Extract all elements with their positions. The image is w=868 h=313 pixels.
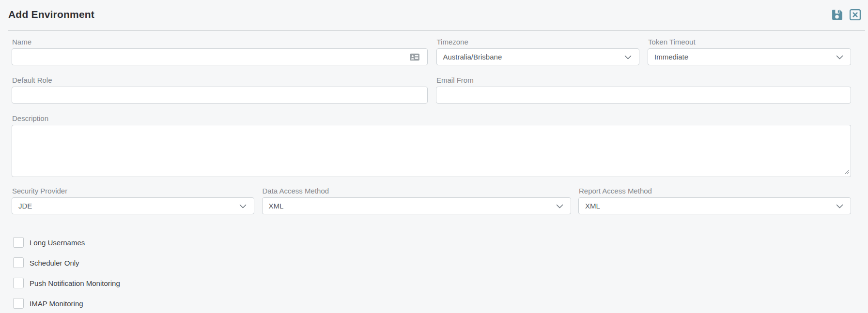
security-provider-label: Security Provider bbox=[12, 186, 254, 195]
data-access-method-selected-value: XML bbox=[269, 202, 284, 210]
timezone-field-group: Timezone Australia/Brisbane bbox=[436, 37, 639, 65]
token-timeout-selected-value: Immediate bbox=[654, 53, 688, 61]
chevron-down-icon bbox=[556, 204, 563, 209]
imap-monitoring-label: IMAP Monitoring bbox=[30, 299, 83, 308]
data-access-method-label: Data Access Method bbox=[263, 186, 571, 195]
data-access-method-field-group: Data Access Method XML bbox=[262, 186, 571, 214]
long-usernames-label: Long Usernames bbox=[30, 238, 85, 247]
timezone-select[interactable]: Australia/Brisbane bbox=[436, 48, 639, 65]
chevron-down-icon bbox=[836, 204, 843, 209]
long-usernames-checkbox[interactable] bbox=[13, 237, 24, 248]
timezone-label: Timezone bbox=[437, 37, 639, 46]
add-environment-panel: Add Environment Name bbox=[0, 0, 868, 313]
token-timeout-field-group: Token Timeout Immediate bbox=[648, 37, 851, 65]
security-provider-select[interactable]: JDE bbox=[12, 197, 254, 214]
long-usernames-option[interactable]: Long Usernames bbox=[13, 237, 85, 248]
report-access-method-select[interactable]: XML bbox=[578, 197, 851, 214]
security-provider-field-group: Security Provider JDE bbox=[12, 186, 254, 214]
save-button[interactable] bbox=[831, 8, 843, 21]
security-provider-selected-value: JDE bbox=[18, 202, 32, 210]
default-role-field-group: Default Role bbox=[12, 75, 428, 104]
scheduler-only-option[interactable]: Scheduler Only bbox=[13, 257, 79, 268]
report-access-method-field-group: Report Access Method XML bbox=[578, 186, 851, 214]
chevron-down-icon bbox=[836, 55, 843, 60]
push-notification-monitoring-checkbox[interactable] bbox=[13, 278, 24, 288]
description-field-group: Description bbox=[12, 114, 851, 177]
form-row-1: Name Timez bbox=[12, 37, 851, 65]
imap-monitoring-checkbox[interactable] bbox=[13, 298, 24, 309]
name-input-wrap bbox=[12, 48, 428, 65]
chevron-down-icon bbox=[239, 204, 247, 209]
push-notification-monitoring-option[interactable]: Push Notification Monitoring bbox=[13, 278, 120, 288]
default-role-input[interactable] bbox=[12, 87, 428, 104]
token-timeout-select[interactable]: Immediate bbox=[648, 48, 851, 65]
options-checkbox-group: Long Usernames Scheduler Only Push Notif… bbox=[12, 237, 851, 309]
environment-form: Name Timez bbox=[0, 37, 868, 309]
chevron-down-icon bbox=[624, 55, 632, 60]
save-icon bbox=[831, 9, 843, 21]
email-from-label: Email From bbox=[436, 75, 851, 85]
close-icon bbox=[849, 9, 861, 21]
close-button[interactable] bbox=[849, 8, 861, 21]
email-from-input[interactable] bbox=[436, 87, 851, 104]
push-notification-monitoring-label: Push Notification Monitoring bbox=[30, 279, 120, 287]
name-input[interactable] bbox=[12, 48, 428, 65]
timezone-selected-value: Australia/Brisbane bbox=[443, 53, 502, 61]
panel-header: Add Environment bbox=[8, 0, 865, 31]
email-from-field-group: Email From bbox=[436, 75, 851, 104]
imap-monitoring-option[interactable]: IMAP Monitoring bbox=[13, 298, 83, 309]
scheduler-only-label: Scheduler Only bbox=[30, 259, 79, 267]
description-textarea-wrap bbox=[12, 125, 851, 177]
default-role-label: Default Role bbox=[12, 75, 428, 85]
token-timeout-label: Token Timeout bbox=[648, 37, 851, 46]
description-textarea[interactable] bbox=[12, 125, 851, 177]
report-access-method-label: Report Access Method bbox=[579, 186, 851, 195]
contact-card-icon[interactable] bbox=[409, 53, 420, 61]
header-actions bbox=[831, 8, 861, 21]
form-row-4: Security Provider JDE Data Access Method… bbox=[12, 186, 851, 214]
name-label: Name bbox=[12, 37, 428, 46]
data-access-method-select[interactable]: XML bbox=[262, 197, 571, 214]
page-title: Add Environment bbox=[8, 9, 94, 20]
name-field-group: Name bbox=[12, 37, 428, 65]
form-row-2: Default Role Email From bbox=[12, 75, 851, 104]
description-label: Description bbox=[12, 114, 851, 123]
report-access-method-selected-value: XML bbox=[585, 202, 600, 210]
scheduler-only-checkbox[interactable] bbox=[13, 257, 24, 268]
